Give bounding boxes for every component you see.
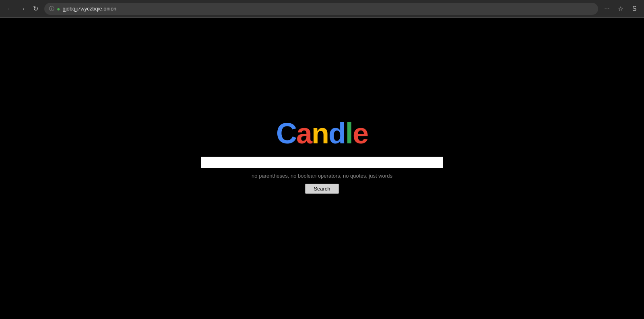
nav-buttons: ← → ↻ — [4, 3, 41, 14]
logo-letter-C: C — [276, 117, 296, 149]
forward-button[interactable]: → — [17, 3, 28, 14]
site-logo: Candle — [276, 119, 368, 148]
bookmark-button[interactable]: ☆ — [615, 3, 626, 14]
url-text: gjobqjj7wyczbqie.onion — [62, 6, 593, 12]
browser-toolbar: ← → ↻ ⓘ ● gjobqjj7wyczbqie.onion ··· ☆ S — [0, 0, 644, 18]
reload-button[interactable]: ↻ — [30, 3, 41, 14]
search-container: Candle no parentheses, no boolean operat… — [201, 119, 443, 194]
logo-letter-n: n — [312, 117, 328, 149]
browser-actions: ··· ☆ S — [601, 3, 640, 14]
search-input[interactable] — [201, 157, 443, 168]
logo-letter-e: e — [353, 117, 368, 149]
search-button[interactable]: Search — [305, 184, 339, 194]
sidebar-button[interactable]: S — [629, 3, 640, 14]
logo-letter-d: d — [328, 117, 345, 149]
search-hint: no parentheses, no boolean operators, no… — [252, 173, 392, 179]
back-button[interactable]: ← — [4, 3, 15, 14]
more-button[interactable]: ··· — [601, 3, 613, 14]
logo-letter-l: l — [345, 117, 353, 149]
info-icon: ⓘ — [49, 5, 54, 12]
logo-letter-a: a — [296, 117, 312, 149]
page-content: Candle no parentheses, no boolean operat… — [0, 18, 644, 319]
address-bar[interactable]: ⓘ ● gjobqjj7wyczbqie.onion — [44, 3, 598, 15]
tor-icon: ● — [57, 6, 60, 12]
